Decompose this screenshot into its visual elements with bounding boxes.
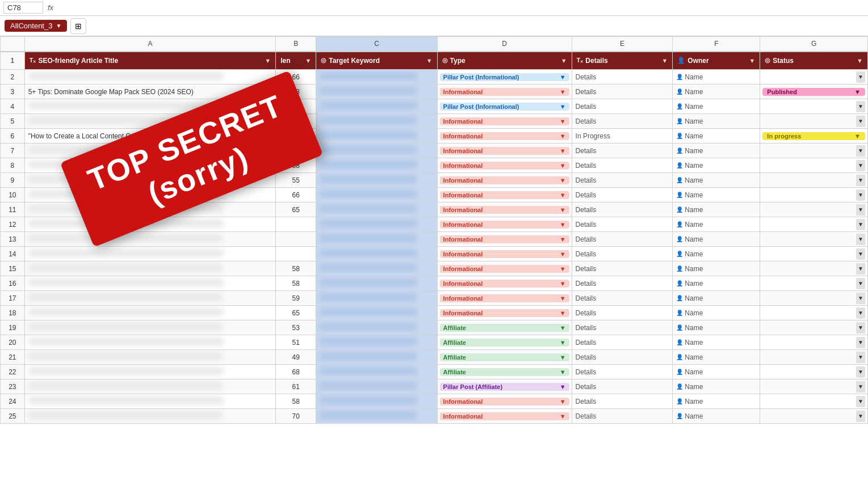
title-header-arrow[interactable]: ▼ [265,57,271,64]
details-link[interactable]: Details [576,383,597,391]
status-cell[interactable]: In progress▼ [760,129,868,143]
type-dropdown-arrow[interactable]: ▼ [560,74,566,81]
details-link[interactable]: Details [576,353,597,361]
type-badge[interactable]: Informational▼ [440,162,569,170]
owner-header-arrow[interactable]: ▼ [749,57,755,64]
col-len-header[interactable]: len ▼ [276,52,316,70]
owner-cell[interactable]: 👤 Name [673,173,760,188]
status-cell[interactable]: ▼ [760,276,868,291]
details-link[interactable]: Details [576,147,597,155]
type-cell[interactable]: Informational▼ [437,202,572,217]
details-link[interactable]: Details [576,103,597,111]
type-cell[interactable]: Informational▼ [437,173,572,188]
table-view-button[interactable]: ⊞ [70,18,86,34]
keyword-cell[interactable] [316,202,437,217]
type-cell[interactable]: Informational▼ [437,247,572,261]
status-empty-arrow[interactable]: ▼ [856,219,865,230]
details-cell[interactable]: Details [572,335,673,350]
status-header-arrow[interactable]: ▼ [857,57,863,64]
type-cell[interactable]: Informational▼ [437,261,572,276]
status-empty-arrow[interactable]: ▼ [856,189,865,201]
type-badge[interactable]: Informational▼ [440,132,569,140]
keyword-cell[interactable] [316,143,437,158]
details-cell[interactable]: Details [572,276,673,291]
status-empty-arrow[interactable]: ▼ [856,366,865,378]
type-dropdown-arrow[interactable]: ▼ [560,206,566,213]
owner-cell[interactable]: 👤 Name [673,276,760,291]
type-cell[interactable]: Affiliate▼ [437,335,572,350]
keyword-cell[interactable] [316,70,437,85]
keyword-cell[interactable] [316,409,437,424]
col-details-header[interactable]: Tₓ Details ▼ [572,52,673,70]
type-cell[interactable]: Informational▼ [437,85,572,99]
type-cell[interactable]: Pillar Post (Affiliate)▼ [437,379,572,394]
status-empty-arrow[interactable]: ▼ [856,248,865,260]
owner-cell[interactable]: 👤 Name [673,129,760,143]
status-dropdown-arrow[interactable]: ▼ [854,133,861,140]
owner-cell[interactable]: 👤 Name [673,188,760,202]
details-link[interactable]: Details [576,294,597,302]
details-cell[interactable]: Details [572,188,673,202]
type-cell[interactable]: Informational▼ [437,217,572,232]
owner-cell[interactable]: 👤 Name [673,320,760,335]
article-title-cell[interactable] [24,320,276,335]
col-keyword-header[interactable]: ◎ Target Keyword ▼ [316,52,437,70]
owner-cell[interactable]: 👤 Name [673,394,760,409]
details-link[interactable]: Details [576,221,597,229]
details-cell[interactable]: Details [572,217,673,232]
details-link[interactable]: Details [576,88,597,96]
article-title-cell[interactable] [24,158,276,173]
keyword-cell[interactable] [316,335,437,350]
type-dropdown-arrow[interactable]: ▼ [560,236,566,243]
status-empty-arrow[interactable]: ▼ [856,352,865,363]
details-cell[interactable]: Details [572,85,673,99]
owner-cell[interactable]: 👤 Name [673,202,760,217]
col-title-header[interactable]: Tₓ SEO-friendly Article Title ▼ [24,52,276,70]
status-cell[interactable]: ▼ [760,143,868,158]
status-cell[interactable]: ▼ [760,188,868,202]
col-owner-header[interactable]: 👤 Owner ▼ [673,52,760,70]
type-cell[interactable]: Informational▼ [437,114,572,129]
owner-cell[interactable]: 👤 Name [673,158,760,173]
article-title-cell[interactable] [24,173,276,188]
col-header-a[interactable]: A [24,37,276,52]
status-cell[interactable]: ▼ [760,261,868,276]
col-header-c[interactable]: C [316,37,437,52]
type-dropdown-arrow[interactable]: ▼ [560,310,566,316]
status-cell[interactable]: ▼ [760,173,868,188]
owner-cell[interactable]: 👤 Name [673,306,760,320]
type-badge[interactable]: Informational▼ [440,250,569,258]
status-cell[interactable]: ▼ [760,291,868,306]
type-badge[interactable]: Informational▼ [440,280,569,288]
status-cell[interactable]: ▼ [760,99,868,114]
article-title-cell[interactable] [24,232,276,247]
details-cell[interactable]: Details [572,247,673,261]
details-cell[interactable]: Details [572,173,673,188]
owner-cell[interactable]: 👤 Name [673,379,760,394]
type-dropdown-arrow[interactable]: ▼ [560,369,566,375]
type-dropdown-arrow[interactable]: ▼ [560,147,566,154]
details-cell[interactable]: Details [572,379,673,394]
type-badge[interactable]: Informational▼ [440,309,569,317]
type-badge[interactable]: Pillar Post (Informational)▼ [440,73,569,81]
type-cell[interactable]: Pillar Post (Informational)▼ [437,99,572,114]
type-dropdown-arrow[interactable]: ▼ [560,177,566,184]
status-cell[interactable]: Published▼ [760,85,868,99]
details-link[interactable]: Details [576,368,597,376]
status-cell[interactable]: ▼ [760,409,868,424]
status-empty-arrow[interactable]: ▼ [856,204,865,216]
owner-cell[interactable]: 👤 Name [673,232,760,247]
details-link[interactable]: Details [576,265,597,273]
type-dropdown-arrow[interactable]: ▼ [560,280,566,287]
keyword-cell[interactable] [316,85,437,99]
keyword-cell[interactable] [316,306,437,320]
type-dropdown-arrow[interactable]: ▼ [560,133,566,140]
details-link[interactable]: Details [576,339,597,347]
owner-cell[interactable]: 👤 Name [673,350,760,365]
type-cell[interactable]: Informational▼ [437,158,572,173]
status-cell[interactable]: ▼ [760,202,868,217]
details-cell[interactable]: Details [572,394,673,409]
type-cell[interactable]: Informational▼ [437,276,572,291]
status-cell[interactable]: ▼ [760,232,868,247]
type-dropdown-arrow[interactable]: ▼ [560,383,566,390]
